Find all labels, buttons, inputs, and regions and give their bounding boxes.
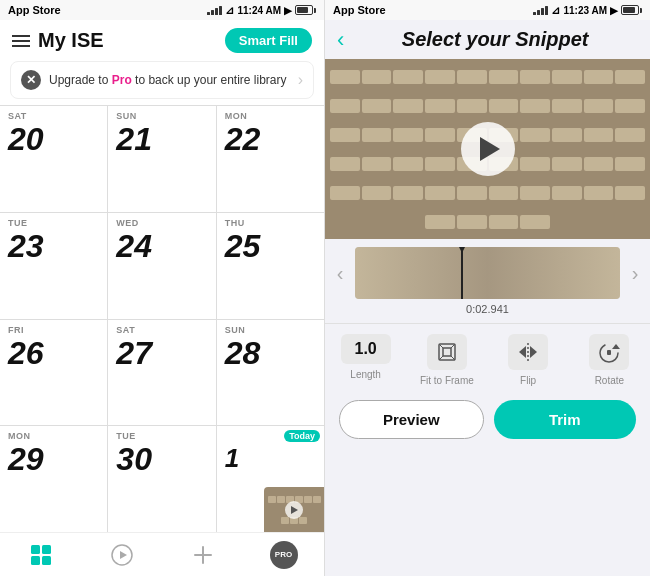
day-label: SUN — [225, 325, 316, 335]
preview-button[interactable]: Preview — [339, 400, 484, 439]
pro-nav-label: PRO — [275, 550, 292, 559]
svg-marker-16 — [530, 346, 537, 358]
day-number: 20 — [8, 123, 99, 155]
flip-icon — [508, 334, 548, 370]
add-nav-button[interactable] — [181, 533, 225, 577]
battery-icon-right — [621, 5, 642, 15]
day-label: THU — [225, 218, 316, 228]
rotate-icon — [589, 334, 629, 370]
tools-row: 1.0 Length Fit to Frame — [325, 323, 650, 390]
tool-length[interactable]: 1.0 Length — [325, 334, 406, 386]
play-nav-button[interactable] — [100, 533, 144, 577]
carrier-right: App Store — [333, 4, 386, 16]
status-bar-left: App Store ⊿ 11:24 AM ▶ — [0, 0, 324, 20]
calendar-cell-29[interactable]: MON 29 — [0, 426, 107, 532]
timeline-row: ‹ › — [325, 247, 650, 299]
day-label: FRI — [8, 325, 99, 335]
day-label: WED — [116, 218, 207, 228]
video-preview[interactable] — [325, 59, 650, 239]
length-value: 1.0 — [341, 334, 391, 364]
tool-flip[interactable]: Flip — [488, 334, 569, 386]
day-label: MON — [8, 431, 99, 441]
carrier-left: App Store — [8, 4, 61, 16]
app-title: My ISE — [38, 29, 104, 52]
calendar-cell-21[interactable]: SUN 21 — [108, 106, 215, 212]
day-label: SAT — [8, 111, 99, 121]
rotate-label: Rotate — [595, 375, 624, 386]
signal-icon-right — [533, 6, 548, 15]
svg-marker-5 — [120, 551, 127, 559]
grid-icon — [30, 544, 52, 566]
calendar-cell-23[interactable]: TUE 23 — [0, 213, 107, 319]
calendar-cell-1[interactable]: Today 1 — [217, 426, 324, 532]
calendar-cell-28[interactable]: SUN 28 — [217, 320, 324, 426]
day-label: TUE — [116, 431, 207, 441]
day-number: 30 — [116, 443, 207, 475]
calendar-cell-22[interactable]: MON 22 — [217, 106, 324, 212]
timeline-track[interactable] — [355, 247, 620, 299]
back-button[interactable]: ‹ — [337, 29, 344, 51]
day-number: 23 — [8, 230, 99, 262]
svg-rect-0 — [31, 545, 40, 554]
timeline-right-arrow[interactable]: › — [620, 262, 650, 285]
calendar-cell-30[interactable]: TUE 30 — [108, 426, 215, 532]
svg-marker-15 — [519, 346, 526, 358]
promo-arrow-icon[interactable]: › — [298, 71, 303, 89]
pro-label: Pro — [112, 73, 132, 87]
calendar-cell-20[interactable]: SAT 20 — [0, 106, 107, 212]
location-icon-left: ▶ — [284, 5, 292, 16]
svg-rect-1 — [42, 545, 51, 554]
day-number: 29 — [8, 443, 99, 475]
location-icon-right: ▶ — [610, 5, 618, 16]
length-label: Length — [350, 369, 381, 380]
video-background — [325, 59, 650, 239]
promo-text: Upgrade to Pro to back up your entire li… — [49, 73, 290, 87]
timeline-left-arrow[interactable]: ‹ — [325, 262, 355, 285]
svg-marker-17 — [612, 344, 620, 349]
battery-icon-left — [295, 5, 316, 15]
day-number: 28 — [225, 337, 316, 369]
svg-rect-18 — [607, 350, 611, 355]
time-right: 11:23 AM — [563, 5, 607, 16]
day-number: 27 — [116, 337, 207, 369]
smart-fill-button[interactable]: Smart Fill — [225, 28, 312, 53]
calendar-grid: SAT 20 SUN 21 MON 22 TUE 23 WED 24 THU 2… — [0, 105, 324, 532]
tool-rotate[interactable]: Rotate — [569, 334, 650, 386]
timeline-cursor[interactable] — [461, 247, 463, 299]
left-panel: App Store ⊿ 11:24 AM ▶ My ISE Smart F — [0, 0, 325, 576]
page-title: Select your Snippet — [352, 28, 638, 51]
trim-button[interactable]: Trim — [494, 400, 637, 439]
promo-bar: ✕ Upgrade to Pro to back up your entire … — [10, 61, 314, 99]
plus-icon — [192, 544, 214, 566]
action-row: Preview Trim — [325, 390, 650, 449]
wifi-icon-left: ⊿ — [225, 4, 234, 17]
header-left-left: My ISE — [12, 29, 104, 52]
wifi-icon-right: ⊿ — [551, 4, 560, 17]
calendar-cell-25[interactable]: THU 25 — [217, 213, 324, 319]
svg-rect-2 — [31, 556, 40, 565]
promo-close-button[interactable]: ✕ — [21, 70, 41, 90]
timeline-area: ‹ › 0:02.941 — [325, 239, 650, 323]
timeline-thumbnail-strip — [355, 247, 620, 299]
tool-fit-to-frame[interactable]: Fit to Frame — [406, 334, 487, 386]
menu-icon[interactable] — [12, 35, 30, 47]
day-number: 1 — [225, 445, 316, 471]
today-badge: Today — [284, 430, 320, 442]
play-icon-sm — [285, 501, 303, 519]
pro-nav-button[interactable]: PRO — [262, 533, 306, 577]
day-label: TUE — [8, 218, 99, 228]
header-left: My ISE Smart Fill — [0, 20, 324, 61]
calendar-cell-24[interactable]: WED 24 — [108, 213, 215, 319]
calendar-cell-26[interactable]: FRI 26 — [0, 320, 107, 426]
fit-to-frame-label: Fit to Frame — [420, 375, 474, 386]
time-display: 0:02.941 — [466, 303, 509, 315]
day-number: 25 — [225, 230, 316, 262]
grid-nav-button[interactable] — [19, 533, 63, 577]
header-right: ‹ Select your Snippet — [325, 20, 650, 59]
svg-rect-3 — [42, 556, 51, 565]
signal-icon-left — [207, 6, 222, 15]
play-button-large[interactable] — [461, 122, 515, 176]
calendar-cell-27[interactable]: SAT 27 — [108, 320, 215, 426]
day-label: SUN — [116, 111, 207, 121]
flip-label: Flip — [520, 375, 536, 386]
